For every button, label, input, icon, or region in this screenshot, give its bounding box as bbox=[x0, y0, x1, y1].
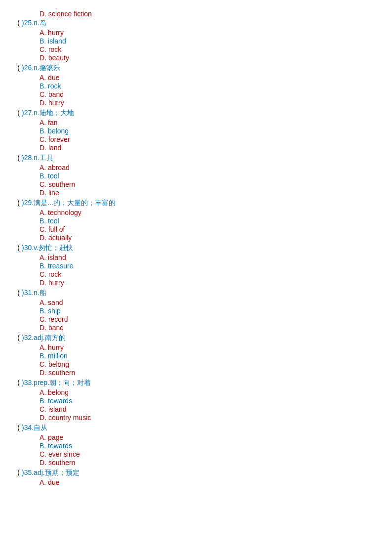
option-text: C. forever bbox=[39, 135, 70, 143]
option-text: A. belong bbox=[39, 388, 69, 396]
question-line: ()28.n.工具 bbox=[10, 154, 382, 163]
option-line: B. towards bbox=[39, 397, 382, 405]
question-block: ()33.prep.朝；向；对着A. belongB. towardsC. is… bbox=[10, 379, 382, 422]
question-block: ()30.v.匆忙；赶快A. islandB. treasureC. rockD… bbox=[10, 244, 382, 287]
paren-left: ( bbox=[10, 154, 20, 162]
option-line: D. country music bbox=[39, 414, 382, 422]
option-text: C. island bbox=[39, 405, 66, 413]
option-text: C. ever since bbox=[39, 450, 80, 458]
option-line: C. record bbox=[39, 315, 382, 323]
option-text: B. towards bbox=[39, 397, 72, 405]
option-line: C. rock bbox=[39, 270, 382, 278]
option-text: D. southern bbox=[39, 459, 75, 467]
question-line: ()27.n.陆地；大地 bbox=[10, 109, 382, 118]
paren-left: ( bbox=[10, 289, 20, 297]
option-line: C. band bbox=[39, 90, 382, 98]
option-line: A. page bbox=[39, 433, 382, 441]
option-text: A. due bbox=[39, 478, 59, 486]
option-text: A. technology bbox=[39, 209, 81, 216]
paren-left: ( bbox=[10, 379, 20, 386]
option-text: C. full of bbox=[39, 225, 65, 233]
option-line: B. rock bbox=[39, 82, 382, 90]
option-line: D. hurry bbox=[39, 279, 382, 287]
paren-left: ( bbox=[10, 19, 20, 27]
option-line: B. tool bbox=[39, 217, 382, 225]
question-text: )25.n.岛 bbox=[22, 19, 46, 28]
option-text: C. rock bbox=[39, 270, 61, 278]
paren-left: ( bbox=[10, 424, 20, 431]
options-container: A. pageB. towardsC. ever sinceD. souther… bbox=[39, 433, 382, 467]
option-line: C. ever since bbox=[39, 450, 382, 458]
question-text: )34.自从 bbox=[22, 424, 47, 432]
question-line: ()31.n.船 bbox=[10, 289, 382, 298]
question-text: )26.n.摇滚乐 bbox=[22, 64, 60, 73]
question-line: ()25.n.岛 bbox=[10, 19, 382, 28]
option-line: A. island bbox=[39, 254, 382, 261]
options-container: A. hurryB. millionC. belongD. southern bbox=[39, 343, 382, 377]
option-line: B. tool bbox=[39, 172, 382, 180]
option-line: C. full of bbox=[39, 225, 382, 233]
option-text: C. southern bbox=[39, 180, 75, 188]
option-line: D. land bbox=[39, 144, 382, 152]
option-text: C. record bbox=[39, 315, 68, 323]
question-block: ()29.满是...的；大量的；丰富的A. technologyB. toolC… bbox=[10, 199, 382, 242]
option-text: D. southern bbox=[39, 369, 75, 377]
option-text: A. abroad bbox=[39, 164, 70, 171]
question-block: ()26.n.摇滚乐A. dueB. rockC. bandD. hurry bbox=[10, 64, 382, 107]
question-text: )29.满是...的；大量的；丰富的 bbox=[22, 199, 116, 208]
options-container: A. technologyB. toolC. full ofD. actuall… bbox=[39, 209, 382, 242]
option-text: B. island bbox=[39, 37, 66, 45]
option-text: D. beauty bbox=[39, 54, 69, 62]
option-text: A. sand bbox=[39, 299, 63, 306]
paren-left: ( bbox=[10, 109, 20, 117]
question-line: ()30.v.匆忙；赶快 bbox=[10, 244, 382, 253]
paren-left: ( bbox=[10, 334, 20, 342]
option-line: C. southern bbox=[39, 180, 382, 188]
options-container: A. belongB. towardsC. islandD. country m… bbox=[39, 388, 382, 422]
option-line: A. fan bbox=[39, 119, 382, 127]
question-block: ()35.adj.预期；预定A. due bbox=[10, 469, 382, 486]
option-line: C. rock bbox=[39, 45, 382, 53]
option-text: A. hurry bbox=[39, 29, 64, 37]
question-block: ()28.n.工具A. abroadB. toolC. southernD. l… bbox=[10, 154, 382, 197]
preceding-d-text: D. science fiction bbox=[39, 10, 92, 18]
options-container: A. fanB. belongC. foreverD. land bbox=[39, 119, 382, 152]
option-text: A. fan bbox=[39, 119, 58, 127]
question-line: ()32.adj.南方的 bbox=[10, 334, 382, 342]
option-line: A. belong bbox=[39, 388, 382, 396]
question-line: ()29.满是...的；大量的；丰富的 bbox=[10, 199, 382, 208]
option-line: B. million bbox=[39, 352, 382, 360]
option-line: C. forever bbox=[39, 135, 382, 143]
option-text: D. line bbox=[39, 189, 59, 197]
option-text: D. country music bbox=[39, 414, 91, 422]
option-line: B. belong bbox=[39, 127, 382, 135]
question-text: )33.prep.朝；向；对着 bbox=[22, 379, 91, 387]
option-line: B. treasure bbox=[39, 262, 382, 270]
option-text: D. land bbox=[39, 144, 61, 152]
question-block: ()32.adj.南方的A. hurryB. millionC. belongD… bbox=[10, 334, 382, 377]
paren-left: ( bbox=[10, 199, 20, 207]
option-line: B. towards bbox=[39, 442, 382, 450]
option-text: C. belong bbox=[39, 360, 69, 368]
main-content: D. science fiction ()25.n.岛A. hurryB. is… bbox=[0, 10, 392, 486]
options-container: A. due bbox=[39, 478, 382, 486]
question-block: ()25.n.岛A. hurryB. islandC. rockD. beaut… bbox=[10, 19, 382, 62]
option-text: A. due bbox=[39, 74, 59, 82]
option-text: B. tool bbox=[39, 217, 59, 225]
question-text: )28.n.工具 bbox=[22, 154, 53, 163]
options-container: A. hurryB. islandC. rockD. beauty bbox=[39, 29, 382, 62]
option-line: D. band bbox=[39, 324, 382, 332]
option-line: D. beauty bbox=[39, 54, 382, 62]
question-text: )35.adj.预期；预定 bbox=[22, 469, 79, 477]
question-text: )31.n.船 bbox=[22, 289, 46, 298]
paren-left: ( bbox=[10, 244, 20, 252]
option-line: A. technology bbox=[39, 209, 382, 216]
option-text: D. hurry bbox=[39, 279, 64, 287]
option-text: A. hurry bbox=[39, 343, 64, 351]
paren-left: ( bbox=[10, 469, 20, 476]
option-line: D. southern bbox=[39, 369, 382, 377]
option-line: A. abroad bbox=[39, 164, 382, 171]
option-text: C. rock bbox=[39, 45, 61, 53]
option-text: B. towards bbox=[39, 442, 72, 450]
option-line: C. island bbox=[39, 405, 382, 413]
